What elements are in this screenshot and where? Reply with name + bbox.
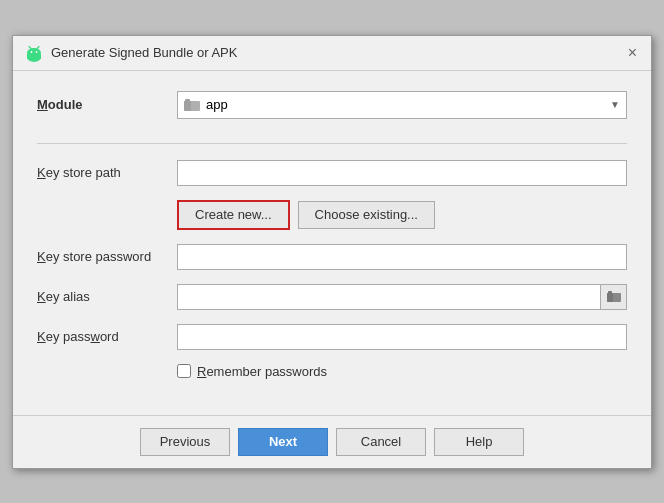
module-dropdown-arrow: ▼ bbox=[610, 99, 620, 110]
svg-rect-9 bbox=[185, 99, 190, 102]
key-alias-label: Key alias bbox=[37, 289, 177, 304]
cancel-button[interactable]: Cancel bbox=[336, 428, 426, 456]
svg-line-6 bbox=[37, 46, 39, 48]
footer: Previous Next Cancel Help bbox=[13, 415, 651, 468]
key-alias-input-group bbox=[177, 284, 627, 310]
module-folder-icon bbox=[184, 98, 200, 112]
module-row: Module app ▼ bbox=[37, 91, 627, 119]
separator bbox=[37, 143, 627, 144]
key-alias-browse-button[interactable] bbox=[601, 284, 627, 310]
svg-line-5 bbox=[29, 46, 31, 48]
key-store-password-row: Key store password bbox=[37, 244, 627, 270]
action-buttons-row: Create new... Choose existing... bbox=[37, 200, 627, 230]
key-store-path-input[interactable] bbox=[177, 160, 627, 186]
dialog-title: Generate Signed Bundle or APK bbox=[51, 45, 237, 60]
module-select[interactable]: app ▼ bbox=[177, 91, 627, 119]
help-button[interactable]: Help bbox=[434, 428, 524, 456]
next-button[interactable]: Next bbox=[238, 428, 328, 456]
dialog-content: Module app ▼ Key store path Crea bbox=[13, 71, 651, 415]
dialog: Generate Signed Bundle or APK × Module a… bbox=[12, 35, 652, 469]
key-store-path-label: Key store path bbox=[37, 165, 177, 180]
create-new-button[interactable]: Create new... bbox=[177, 200, 290, 230]
key-password-row: Key password bbox=[37, 324, 627, 350]
title-bar-left: Generate Signed Bundle or APK bbox=[25, 44, 237, 62]
key-store-password-input[interactable] bbox=[177, 244, 627, 270]
remember-passwords-label[interactable]: Remember passwords bbox=[197, 364, 327, 379]
key-alias-row: Key alias bbox=[37, 284, 627, 310]
key-store-password-label: Key store password bbox=[37, 249, 177, 264]
key-password-label: Key password bbox=[37, 329, 177, 344]
svg-rect-11 bbox=[607, 293, 613, 302]
choose-existing-button[interactable]: Choose existing... bbox=[298, 201, 435, 229]
svg-point-4 bbox=[36, 51, 38, 53]
module-label: Module bbox=[37, 97, 177, 112]
title-bar: Generate Signed Bundle or APK × bbox=[13, 36, 651, 71]
module-select-inner: app bbox=[184, 97, 610, 112]
remember-passwords-checkbox[interactable] bbox=[177, 364, 191, 378]
previous-button[interactable]: Previous bbox=[140, 428, 230, 456]
module-value: app bbox=[206, 97, 228, 112]
android-icon bbox=[25, 44, 43, 62]
key-password-input[interactable] bbox=[177, 324, 627, 350]
key-alias-input[interactable] bbox=[177, 284, 601, 310]
svg-point-3 bbox=[31, 51, 33, 53]
close-button[interactable]: × bbox=[626, 45, 639, 61]
remember-passwords-row: Remember passwords bbox=[37, 364, 627, 379]
svg-rect-12 bbox=[608, 291, 612, 294]
browse-icon bbox=[607, 291, 621, 303]
svg-rect-8 bbox=[184, 101, 191, 111]
key-store-path-row: Key store path bbox=[37, 160, 627, 186]
svg-point-2 bbox=[27, 48, 41, 58]
